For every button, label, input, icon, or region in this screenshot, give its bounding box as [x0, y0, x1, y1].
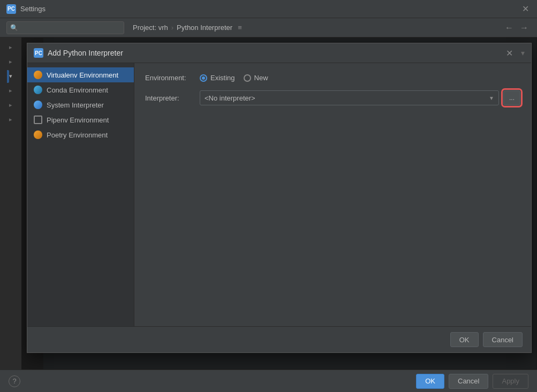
dialog-icon: PC	[34, 48, 43, 58]
dialog-body: Virtualenv Environment Conda Environment…	[27, 63, 531, 326]
apply-button[interactable]: Apply	[493, 374, 528, 389]
title-bar: PC Settings ✕	[0, 0, 537, 18]
sidebar-expand-5[interactable]: ▸	[7, 99, 14, 111]
dialog-footer: OK Cancel	[27, 326, 531, 352]
virtualenv-icon	[34, 71, 42, 79]
environment-label: Environment:	[145, 74, 193, 82]
window-body: ▸ ▸ ▾ ▸ ▸ ▸ PC Add Pyth	[0, 37, 537, 370]
help-button[interactable]: ?	[9, 375, 20, 387]
virtualenv-label: Virtualenv Environment	[47, 71, 118, 79]
interpreter-controls: <No interpreter> ▼ ...	[200, 90, 520, 105]
sidebar-expand-1[interactable]: ▸	[7, 42, 14, 53]
radio-existing-circle[interactable]	[200, 74, 207, 82]
interpreter-value: <No interpreter>	[205, 94, 489, 102]
search-icon: 🔍	[10, 24, 18, 32]
environment-row: Environment: Existing New	[145, 74, 520, 82]
dialog-title: Add Python Interpreter	[48, 49, 500, 57]
sidebar-item-conda[interactable]: Conda Environment	[27, 82, 134, 97]
interpreter-dropdown[interactable]: <No interpreter> ▼	[200, 90, 499, 105]
browse-button[interactable]: ...	[503, 90, 520, 105]
dropdown-arrow-icon: ▼	[489, 95, 494, 101]
sidebar-expand-6[interactable]: ▸	[7, 114, 14, 125]
left-panel: ▸ ▸ ▾ ▸ ▸ ▸	[0, 37, 21, 370]
app-icon: PC	[6, 4, 16, 14]
interpreter-label: Interpreter:	[145, 94, 193, 102]
dialog-ok-button[interactable]: OK	[450, 332, 479, 347]
conda-icon	[34, 86, 42, 94]
sidebar-item-poetry[interactable]: Poetry Environment	[27, 127, 134, 142]
system-icon	[34, 101, 42, 109]
sidebar-item-virtualenv[interactable]: Virtualenv Environment	[27, 67, 134, 82]
help-icon: ?	[12, 377, 16, 385]
add-interpreter-dialog: PC Add Python Interpreter ✕ ▾ Virtualenv	[27, 43, 532, 353]
browse-icon: ...	[509, 94, 515, 102]
poetry-icon	[34, 130, 42, 139]
bottom-actions: OK Cancel Apply	[416, 374, 528, 389]
sidebar-item-system[interactable]: System Interpreter	[27, 97, 134, 112]
breadcrumb-page[interactable]: Python Interpreter	[177, 24, 232, 32]
breadcrumb-project[interactable]: Project: vrh	[133, 24, 168, 32]
dialog-close-button[interactable]: ✕	[504, 48, 515, 58]
content-area: PC Add Python Interpreter ✕ ▾ Virtualenv	[21, 37, 537, 370]
nav-back-button[interactable]: ←	[503, 22, 516, 34]
window-title: Settings	[20, 5, 46, 13]
bottom-bar: ? OK Cancel Apply	[0, 370, 537, 392]
pipenv-label: Pipenv Environment	[47, 116, 109, 124]
radio-existing[interactable]: Existing	[200, 74, 235, 82]
breadcrumb-separator: ›	[171, 24, 173, 32]
breadcrumb-bar: 🔍 Project: vrh › Python Interpreter ≡ ← …	[0, 18, 537, 37]
settings-dialog-overlay: PC Add Python Interpreter ✕ ▾ Virtualenv	[21, 37, 537, 370]
nav-buttons: ← →	[503, 22, 531, 34]
sidebar-expand-2[interactable]: ▸	[7, 56, 14, 67]
dialog-cancel-button[interactable]: Cancel	[483, 332, 523, 347]
conda-label: Conda Environment	[47, 86, 108, 94]
radio-existing-label: Existing	[210, 74, 235, 82]
pipenv-icon	[34, 116, 42, 124]
dialog-content: Environment: Existing New	[134, 63, 531, 326]
breadcrumb: Project: vrh › Python Interpreter ≡	[133, 24, 501, 32]
cancel-button[interactable]: Cancel	[449, 374, 488, 389]
breadcrumb-tab-icon[interactable]: ≡	[238, 24, 242, 32]
nav-forward-button[interactable]: →	[518, 22, 531, 34]
poetry-label: Poetry Environment	[47, 131, 108, 139]
radio-new-circle[interactable]	[244, 74, 251, 82]
dialog-resize-icon[interactable]: ▾	[521, 49, 525, 57]
dialog-title-bar: PC Add Python Interpreter ✕ ▾	[27, 43, 531, 63]
interpreter-row: Interpreter: <No interpreter> ▼ ...	[145, 90, 520, 105]
main-window: PC Settings ✕ 🔍 Project: vrh › Python In…	[0, 0, 537, 392]
system-label: System Interpreter	[47, 101, 104, 109]
sidebar-expand-3[interactable]: ▾	[7, 71, 14, 82]
sidebar-item-pipenv[interactable]: Pipenv Environment	[27, 112, 134, 127]
search-box[interactable]: 🔍	[6, 21, 124, 34]
ok-button[interactable]: OK	[416, 374, 444, 389]
window-close-button[interactable]: ✕	[520, 4, 531, 14]
dialog-sidebar: Virtualenv Environment Conda Environment…	[27, 63, 134, 326]
radio-new[interactable]: New	[244, 74, 268, 82]
radio-new-label: New	[254, 74, 268, 82]
environment-radio-group: Existing New	[200, 74, 268, 82]
sidebar-expand-4[interactable]: ▸	[7, 85, 14, 96]
